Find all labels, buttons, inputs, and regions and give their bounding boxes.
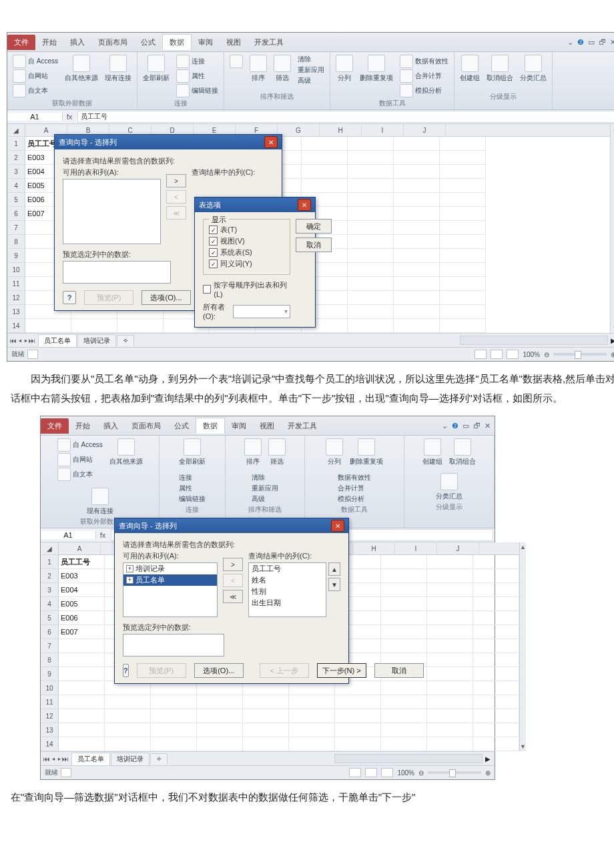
cell[interactable] <box>394 305 440 319</box>
cell[interactable] <box>59 723 105 737</box>
btn-props[interactable]: 属性 <box>192 71 205 81</box>
sheet-tab[interactable]: 培训记录 <box>111 753 149 765</box>
cell[interactable] <box>105 709 151 723</box>
remove-button[interactable]: < <box>166 190 186 203</box>
move-up-button[interactable]: ▲ <box>328 562 340 576</box>
cell[interactable] <box>473 653 519 667</box>
view-break-icon[interactable] <box>507 350 519 359</box>
col-header[interactable]: H <box>320 124 362 136</box>
cell[interactable] <box>302 137 348 151</box>
cell[interactable] <box>348 277 394 291</box>
cell[interactable] <box>473 681 519 695</box>
cell[interactable] <box>440 235 486 249</box>
cell[interactable] <box>59 681 105 695</box>
cell[interactable] <box>440 221 486 235</box>
btn-whatif[interactable]: 模拟分析 <box>415 86 442 95</box>
cell[interactable] <box>289 723 335 737</box>
cell[interactable] <box>117 319 164 333</box>
cell[interactable] <box>427 681 473 695</box>
col-header[interactable]: G <box>278 124 320 136</box>
close-icon[interactable]: ✕ <box>298 199 311 211</box>
cell[interactable] <box>197 723 243 737</box>
row-header[interactable]: 7 <box>41 639 58 653</box>
minimize-icon[interactable]: ⌄ <box>567 38 573 47</box>
name-box[interactable]: A1 <box>7 113 63 121</box>
options-button[interactable]: 选项(O)... <box>194 663 244 678</box>
restore-icon[interactable]: 🗗 <box>473 422 481 430</box>
sheet-tab[interactable]: 员工名单 <box>38 334 77 347</box>
view-layout-icon[interactable] <box>491 350 503 359</box>
help-icon[interactable]: ❷ <box>577 38 584 47</box>
cell[interactable] <box>302 151 348 165</box>
cell[interactable] <box>151 737 197 751</box>
cell[interactable]: E006 <box>59 611 105 625</box>
view-layout-icon[interactable] <box>365 768 377 777</box>
cell[interactable] <box>335 737 381 751</box>
cell[interactable] <box>381 583 427 597</box>
cell[interactable] <box>394 291 440 305</box>
cell[interactable] <box>394 235 440 249</box>
sheet-tab[interactable]: 培训记录 <box>77 334 116 347</box>
row-header[interactable]: 1 <box>41 555 58 569</box>
btn-props[interactable]: 属性 <box>179 484 192 493</box>
zoom-slider[interactable] <box>553 353 607 356</box>
btn-access[interactable]: 自 Access <box>73 440 103 450</box>
cell[interactable] <box>289 695 335 709</box>
btn-clear[interactable]: 清除 <box>252 473 265 482</box>
sheet-tab[interactable]: 员工名单 <box>71 753 110 765</box>
cell[interactable]: E004 <box>59 583 105 597</box>
cell[interactable] <box>427 667 473 681</box>
macro-icon[interactable] <box>27 350 38 359</box>
cell[interactable] <box>473 709 519 723</box>
btn-existing-conn[interactable]: 现有连接 <box>87 488 113 516</box>
cell[interactable] <box>427 611 473 625</box>
cell[interactable] <box>394 207 440 221</box>
cell[interactable] <box>394 165 440 179</box>
options-button[interactable]: 选项(O)... <box>141 290 191 305</box>
cell[interactable] <box>427 639 473 653</box>
row-header[interactable]: 13 <box>41 723 58 737</box>
next-button[interactable]: 下一步(N) > <box>317 663 366 678</box>
cell[interactable]: E007 <box>59 625 105 639</box>
row-header[interactable]: 1 <box>7 137 25 151</box>
btn-ungroup[interactable]: 取消组合 <box>487 55 513 83</box>
btn-whatif[interactable]: 模拟分析 <box>338 494 364 504</box>
cell[interactable] <box>440 263 486 277</box>
cell[interactable] <box>394 263 440 277</box>
tab-data[interactable]: 数据 <box>196 418 225 434</box>
row-header[interactable]: 5 <box>7 193 25 207</box>
row-header[interactable]: 12 <box>7 291 25 305</box>
checkbox[interactable]: ✓ <box>209 237 218 246</box>
formula-input[interactable]: 员工工号 <box>77 111 614 123</box>
btn-access[interactable]: 自 Access <box>28 57 58 66</box>
cell[interactable] <box>59 695 105 709</box>
row-header[interactable]: 11 <box>41 695 58 709</box>
btn-refresh-all[interactable]: 全部刷新 <box>143 55 170 83</box>
row-header[interactable]: 11 <box>7 277 25 291</box>
cell[interactable] <box>427 625 473 639</box>
add-button[interactable]: > <box>166 174 186 187</box>
btn-split[interactable]: 分列 <box>336 55 353 83</box>
zoom-slider[interactable] <box>428 771 481 774</box>
cell[interactable] <box>473 639 519 653</box>
row-header[interactable]: 8 <box>41 653 58 667</box>
btn-group[interactable]: 创建组 <box>422 438 442 466</box>
cell[interactable] <box>381 737 427 751</box>
col-header[interactable]: A <box>59 542 101 554</box>
tree-item[interactable]: +培训记录 <box>123 563 217 574</box>
cell[interactable] <box>440 165 486 179</box>
zoom-in-icon[interactable]: ⊕ <box>485 769 491 777</box>
cell[interactable] <box>302 179 348 193</box>
cell[interactable] <box>473 569 519 583</box>
cell[interactable] <box>440 151 486 165</box>
tab-dev[interactable]: 开发工具 <box>248 35 290 50</box>
row-header[interactable]: 9 <box>41 667 58 681</box>
preview-box[interactable] <box>63 261 171 284</box>
cell[interactable] <box>440 193 486 207</box>
cell[interactable] <box>348 291 394 305</box>
btn-editlink[interactable]: 编辑链接 <box>179 494 206 504</box>
row-header[interactable]: 10 <box>7 263 25 277</box>
cell[interactable] <box>473 723 519 737</box>
btn-consolidate[interactable]: 合并计算 <box>338 484 364 493</box>
row-header[interactable]: 7 <box>7 221 25 235</box>
